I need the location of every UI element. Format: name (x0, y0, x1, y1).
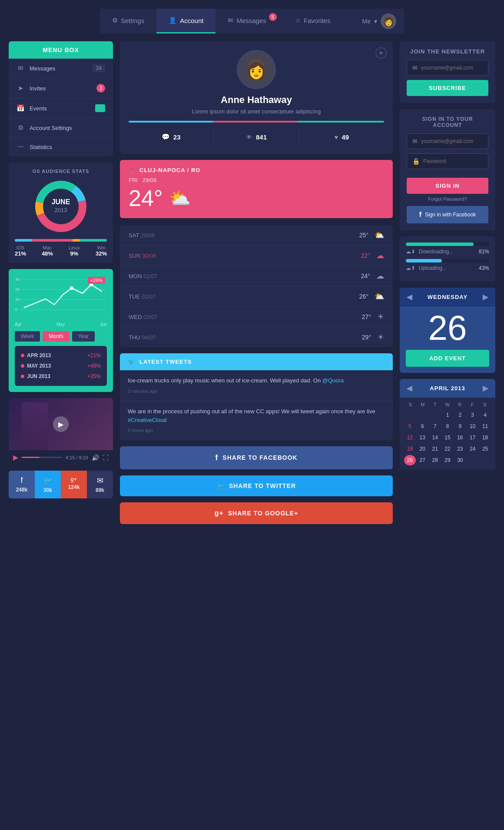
cal-day[interactable]: 17 (467, 432, 478, 443)
menu-item-statistics[interactable]: 〰 Statistics (9, 138, 113, 156)
tab-year[interactable]: Year (72, 331, 95, 342)
donut-svg: JUNE 2013 (33, 178, 89, 235)
subscribe-button[interactable]: SUBSCRIBE (407, 80, 488, 96)
cal-day[interactable]: 5 (404, 421, 416, 432)
googleplus-share-button[interactable]: g+ 124k (61, 471, 87, 498)
cal-day[interactable]: 15 (442, 432, 454, 443)
nav-account[interactable]: 👤 Account (156, 9, 216, 33)
cal-day[interactable]: 7 (429, 421, 441, 432)
dot-may (21, 364, 24, 368)
play-button[interactable]: ▶ (53, 416, 69, 432)
menu-item-messages[interactable]: ✉ Messages 24 (9, 59, 113, 78)
play-control-icon[interactable]: ▶ (13, 453, 18, 461)
share-googleplus-button[interactable]: g+ SHARE TO GOOGLE+ (120, 502, 393, 524)
twitter-share-button[interactable]: 🐦 30k (35, 471, 61, 498)
nav-settings[interactable]: ⚙ Settings (100, 9, 156, 33)
mini-cal-next-button[interactable]: ▶ (483, 384, 488, 392)
location-text: CLUJ-NAPOCA / RO (139, 167, 200, 173)
cal-day-name: WEDNESDAY (428, 294, 468, 300)
signin-title: SIGN IN TO YOUR ACCOUNT (407, 116, 488, 128)
cal-day[interactable]: 18 (479, 432, 491, 443)
cal-day[interactable]: 8 (442, 421, 454, 432)
signin-password-input[interactable] (423, 158, 483, 164)
cal-day (467, 455, 478, 465)
dot-apr (21, 354, 24, 357)
menu-item-invites[interactable]: ➤ Invites 3 (9, 78, 113, 99)
mini-cal-prev-button[interactable]: ◀ (407, 384, 412, 392)
cal-day[interactable]: 13 (417, 432, 428, 443)
weather-icon: ⛅ (169, 188, 191, 209)
right-column: JOIN THE NEWSLETTER ✉ SUBSCRIBE SIGN IN … (400, 41, 495, 470)
likes-count: 49 (342, 133, 349, 141)
email-icon: ✉ (97, 476, 103, 485)
cal-day[interactable]: 27 (417, 455, 428, 465)
mini-cal-month-year: APRIL 2013 (430, 385, 465, 392)
add-event-button[interactable]: ADD EVENT (406, 350, 489, 367)
weather-icon-tue: ⛅ (375, 292, 384, 301)
cal-day[interactable]: 23 (454, 444, 466, 454)
upload-pct: 43% (479, 265, 489, 271)
volume-icon[interactable]: 🔊 (92, 454, 99, 461)
user-menu[interactable]: Me ▾ 👩 (355, 9, 404, 33)
twitter-count: 30k (43, 487, 52, 493)
fullscreen-icon[interactable]: ⛶ (103, 454, 109, 461)
newsletter-email-field[interactable]: ✉ (407, 60, 488, 76)
signin-button[interactable]: SIGN IN (407, 178, 488, 194)
tweets-header: 🐦 LATEST TWEETS (120, 353, 393, 370)
cal-day[interactable]: 1 (442, 410, 454, 420)
tweet-link-1[interactable]: @Quora (322, 377, 344, 384)
cal-day[interactable]: 30 (454, 455, 466, 465)
cal-day[interactable]: 2 (454, 410, 466, 420)
signin-password-field[interactable]: 🔒 (407, 153, 488, 169)
facebook-share-button[interactable]: f 248k (9, 471, 35, 498)
invites-icon: ➤ (17, 84, 24, 92)
cal-day[interactable]: 22 (442, 444, 454, 454)
twitter-share-icon: 🐦 (217, 482, 225, 489)
menu-item-account-settings[interactable]: ⚙ Account Settings (9, 118, 113, 138)
nav-messages[interactable]: ✉ Messages 5 (216, 9, 282, 33)
svg-point-15 (70, 286, 73, 290)
menu-item-events[interactable]: 📅 Events 5 (9, 99, 113, 118)
cal-day[interactable]: 11 (479, 421, 491, 432)
email-share-button[interactable]: ✉ 89k (87, 471, 113, 498)
cal-day[interactable]: 14 (429, 432, 441, 443)
tab-week[interactable]: Week (15, 331, 40, 342)
cal-day[interactable]: 21 (429, 444, 441, 454)
newsletter-title: JOIN THE NEWSLETTER (407, 48, 488, 55)
cal-day[interactable]: 9 (454, 421, 466, 432)
add-profile-button[interactable]: + (375, 47, 387, 59)
cal-day (417, 410, 428, 420)
video-progress-bar[interactable] (22, 457, 62, 458)
cal-day[interactable]: 29 (442, 455, 454, 465)
facebook-signin-button[interactable]: f Sign in with Facebook (407, 206, 488, 223)
cal-day[interactable]: 19 (404, 444, 416, 454)
comments-count: 23 (173, 133, 181, 141)
signin-email-field[interactable]: ✉ (407, 133, 488, 149)
cal-day[interactable]: 16 (454, 432, 466, 443)
cal-day-prev-button[interactable]: ◀ (407, 293, 412, 301)
cal-day[interactable]: 3 (467, 410, 478, 420)
cal-day[interactable]: 28 (429, 455, 441, 465)
svg-text:30: 30 (15, 277, 20, 282)
cal-day[interactable]: 10 (467, 421, 478, 432)
cal-day[interactable]: 12 (404, 432, 416, 443)
cal-day[interactable]: 6 (417, 421, 428, 432)
share-facebook-button[interactable]: f SHARE TO FACEBOOK (120, 446, 393, 469)
weather-row-mon: MON 01/07 24° ☁ (120, 266, 393, 286)
forgot-password-link[interactable]: Forgot Password? (407, 196, 488, 202)
cal-day[interactable]: 25 (479, 444, 491, 454)
tweet-link-2[interactable]: #CreativeCloud (128, 417, 167, 423)
newsletter-email-input[interactable] (421, 65, 483, 71)
signin-email-input[interactable] (421, 138, 483, 144)
tweet-time-2: 6 hours ago (128, 427, 385, 434)
googleplus-count: 124k (68, 484, 80, 490)
cal-day[interactable]: 20 (417, 444, 428, 454)
nav-favorites[interactable]: ☆ Favorites (283, 9, 343, 33)
share-twitter-button[interactable]: 🐦 SHARE TO TWITTER (120, 475, 393, 496)
user-label: Me (362, 18, 371, 25)
cal-day[interactable]: 24 (467, 444, 478, 454)
tab-month[interactable]: Month (43, 331, 69, 342)
cal-day[interactable]: 26 (404, 455, 416, 465)
cal-day[interactable]: 4 (479, 410, 491, 420)
cal-day-next-button[interactable]: ▶ (483, 293, 488, 301)
